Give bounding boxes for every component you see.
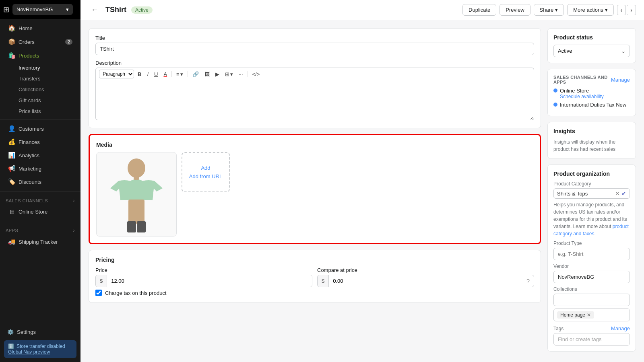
sidebar-item-settings[interactable]: ⚙️ Settings — [4, 326, 76, 338]
link-button[interactable]: 🔗 — [190, 70, 201, 78]
product-type-input[interactable] — [553, 248, 630, 260]
media-content: Add Add from URL — [96, 152, 533, 237]
font-color-button[interactable]: A — [161, 70, 169, 78]
sidebar-item-marketing[interactable]: 📢 Marketing — [2, 162, 78, 175]
price-currency: $ — [96, 275, 107, 287]
status-select-wrap: Active Draft Archived — [553, 45, 630, 57]
charge-tax-row: Charge tax on this product — [95, 290, 534, 296]
compare-help-icon[interactable]: ? — [522, 278, 534, 284]
align-button[interactable]: ≡ ▾ — [174, 70, 185, 78]
add-from-url-link[interactable]: Add from URL — [189, 173, 222, 179]
svg-rect-4 — [137, 221, 146, 232]
product-status-select[interactable]: Active Draft Archived — [553, 45, 630, 57]
product-image[interactable] — [96, 152, 177, 237]
sidebar-bottom: ⚙️ Settings ℹ️ Store transfer disabled G… — [0, 322, 80, 362]
add-media-link[interactable]: Add — [201, 165, 210, 171]
price-input[interactable] — [107, 275, 312, 287]
sales-channels-manage-link[interactable]: Manage — [611, 77, 630, 83]
sidebar-sub-transfers[interactable]: Transfers — [2, 74, 78, 84]
media-add-box[interactable]: Add Add from URL — [182, 152, 230, 192]
more-toolbar-button[interactable]: ··· — [237, 70, 245, 78]
toolbar-separator-3 — [248, 71, 248, 77]
customers-icon: 👤 — [8, 125, 15, 132]
image-button[interactable]: 🖼 — [202, 70, 212, 78]
category-input-wrap[interactable]: Shirts & Tops ✕ ✔ — [553, 188, 630, 199]
svg-rect-2 — [128, 200, 144, 224]
sidebar-item-label: Home — [19, 25, 33, 31]
category-confirm-icon[interactable]: ✔ — [621, 190, 626, 197]
sales-channels-arrow[interactable]: › — [73, 198, 75, 204]
sales-channels-label: Sales channels › — [0, 194, 80, 205]
pagination-arrows: ‹ › — [617, 5, 636, 15]
more-actions-button[interactable]: More actions ▾ — [567, 4, 613, 16]
page-title: TShirt — [105, 6, 126, 14]
status-badge: Active — [131, 6, 153, 14]
vendor-input[interactable] — [553, 271, 630, 283]
schedule-availability-link[interactable]: Schedule availability — [560, 94, 604, 99]
sidebar-sub-label: Transfers — [19, 76, 40, 82]
compare-price-input[interactable] — [329, 275, 522, 287]
sidebar-item-home[interactable]: 🏠 Home — [2, 22, 78, 35]
charge-tax-checkbox[interactable] — [95, 290, 102, 296]
title-card: Title Description Paragraph B I U A — [89, 28, 541, 128]
underline-button[interactable]: U — [152, 70, 160, 78]
sidebar-item-discounts[interactable]: 🏷️ Discounts — [2, 175, 78, 188]
sidebar-sub-price-lists[interactable]: Price lists — [2, 106, 78, 116]
channel-name-1: International Duties Tax New — [560, 102, 626, 108]
table-button[interactable]: ⊞ ▾ — [223, 70, 235, 78]
italic-button[interactable]: I — [145, 70, 151, 78]
toolbar-separator-2 — [188, 71, 188, 77]
channel-name-0: Online Store — [560, 88, 604, 94]
collection-tag-0: Home page ✕ — [557, 311, 594, 319]
orders-badge: 2 — [65, 39, 72, 45]
sidebar-sub-gift-cards[interactable]: Gift cards — [2, 95, 78, 105]
tags-input[interactable] — [553, 333, 630, 346]
duplicate-button[interactable]: Duplicate — [462, 4, 496, 16]
sidebar-item-customers[interactable]: 👤 Customers — [2, 122, 78, 135]
sales-channels-card: SALES CHANNELS AND APPS Manage Online St… — [547, 69, 636, 116]
collection-tag-label: Home page — [560, 312, 585, 318]
grid-icon: ⊞ — [3, 5, 9, 14]
sidebar-item-products[interactable]: 🛍️ Products — [2, 49, 78, 62]
sidebar-item-online-store[interactable]: 🖥 Online Store — [2, 206, 78, 218]
description-textarea[interactable] — [95, 80, 534, 120]
settings-label: Settings — [17, 329, 36, 335]
sidebar-item-label: Orders — [19, 39, 35, 45]
paragraph-select[interactable]: Paragraph — [99, 70, 134, 78]
channel-item-1: International Duties Tax New — [553, 102, 630, 108]
category-help-text: Helps you manage products, and determine… — [553, 201, 630, 237]
sidebar-item-orders[interactable]: 📦 Orders 2 — [2, 35, 78, 48]
sidebar-item-label: Marketing — [19, 166, 41, 172]
product-status-title: Product status — [553, 34, 630, 41]
title-input[interactable] — [95, 43, 534, 55]
price-input-wrap: $ — [95, 275, 312, 287]
tags-manage-link[interactable]: Manage — [611, 325, 630, 331]
back-button[interactable]: ← — [89, 5, 101, 15]
channel-item-0: Online Store Schedule availability — [553, 88, 630, 99]
sidebar-item-shipping-tracker[interactable]: 🚚 Shipping Tracker — [2, 235, 78, 248]
content-right: Product status Active Draft Archived SAL… — [547, 28, 636, 354]
sidebar-sub-inventory[interactable]: Inventory — [2, 63, 78, 73]
media-title: Media — [96, 142, 533, 148]
sidebar-item-label: Analytics — [19, 152, 39, 158]
next-product-button[interactable]: › — [627, 5, 636, 15]
share-button[interactable]: Share ▾ — [534, 4, 564, 16]
collections-search-input[interactable] — [553, 294, 630, 306]
prev-product-button[interactable]: ‹ — [617, 5, 626, 15]
bold-button[interactable]: B — [136, 70, 143, 78]
store-select[interactable]: NovRemoveBG ▾ — [12, 4, 73, 15]
collection-tag-remove-0[interactable]: ✕ — [587, 312, 591, 318]
video-button[interactable]: ▶ — [213, 70, 221, 78]
sidebar-sub-collections[interactable]: Collections — [2, 84, 78, 95]
tags-label: Tags — [553, 326, 564, 331]
preview-button[interactable]: Preview — [500, 4, 530, 16]
sidebar-item-finances[interactable]: 💰 Finances — [2, 136, 78, 148]
collections-label: Collections — [553, 286, 630, 292]
global-nav-preview-link[interactable]: Global Nav preview — [8, 349, 50, 355]
apps-arrow[interactable]: › — [73, 228, 75, 233]
product-type-label: Product Type — [553, 241, 630, 246]
code-button[interactable]: </> — [250, 70, 262, 78]
sidebar-item-analytics[interactable]: 📊 Analytics — [2, 149, 78, 162]
more-actions-label: More actions — [573, 7, 603, 13]
category-clear-icon[interactable]: ✕ — [615, 190, 620, 197]
